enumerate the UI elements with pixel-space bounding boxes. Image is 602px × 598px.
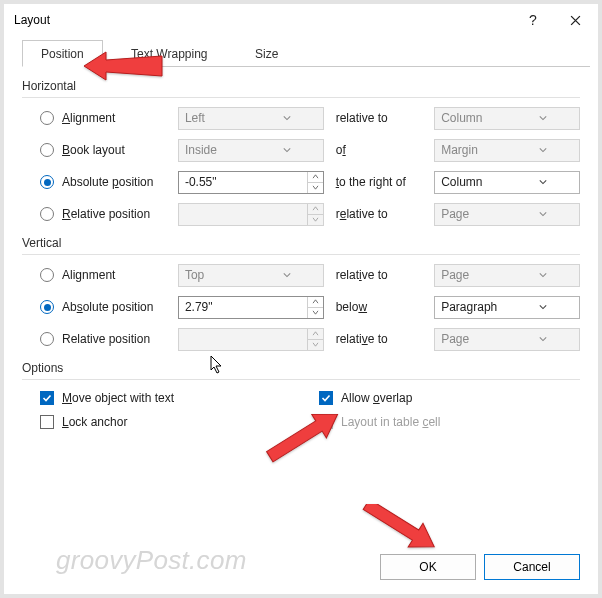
annotation-arrow-icon xyxy=(350,504,440,564)
tab-size[interactable]: Size xyxy=(236,40,297,67)
v-alignment-rel-combo[interactable]: Page xyxy=(434,264,580,287)
cancel-button[interactable]: Cancel xyxy=(484,554,580,580)
h-book-rel-label: of xyxy=(324,143,435,157)
spin-up-button[interactable] xyxy=(308,204,323,215)
v-absolute-label: Absolute position xyxy=(62,300,153,314)
v-rel-rel-label: relative to xyxy=(324,332,435,346)
spin-down-button[interactable] xyxy=(308,340,323,350)
annotation-arrow-icon xyxy=(264,414,354,474)
v-absolute-radio[interactable] xyxy=(40,300,54,314)
v-align-rel-label: relative to xyxy=(324,268,435,282)
h-alignment-radio[interactable] xyxy=(40,111,54,125)
v-relative-label: Relative position xyxy=(62,332,150,346)
v-relative-spinner[interactable] xyxy=(178,328,324,351)
h-alignment-combo[interactable]: Left xyxy=(178,107,324,130)
svg-marker-0 xyxy=(84,52,162,80)
chevron-down-icon xyxy=(539,271,547,279)
chevron-down-icon xyxy=(283,146,291,154)
check-icon xyxy=(321,393,331,403)
dialog-title: Layout xyxy=(14,13,512,27)
v-absolute-rel-combo[interactable]: Paragraph xyxy=(434,296,580,319)
h-relative-rel-combo[interactable]: Page xyxy=(434,203,580,226)
chevron-down-icon xyxy=(283,271,291,279)
h-absolute-spinner[interactable] xyxy=(178,171,324,194)
chevron-down-icon xyxy=(539,303,547,311)
check-icon xyxy=(42,393,52,403)
chevron-down-icon xyxy=(539,178,547,186)
v-absolute-input[interactable] xyxy=(179,297,307,318)
v-relative-radio[interactable] xyxy=(40,332,54,346)
move-with-text-checkbox[interactable] xyxy=(40,391,54,405)
h-abs-rel-label: to the right of xyxy=(324,175,435,189)
h-rel-rel-label: relative to xyxy=(324,207,435,221)
h-relative-label: Relative position xyxy=(62,207,150,221)
annotation-arrow-icon xyxy=(84,46,164,86)
h-absolute-label: Absolute position xyxy=(62,175,153,189)
chevron-down-icon xyxy=(539,210,547,218)
caret-up-icon xyxy=(312,299,319,304)
h-relative-spinner[interactable] xyxy=(178,203,324,226)
h-book-combo[interactable]: Inside xyxy=(178,139,324,162)
caret-up-icon xyxy=(312,206,319,211)
svg-marker-2 xyxy=(359,504,440,559)
h-relative-input[interactable] xyxy=(179,204,307,225)
chevron-down-icon xyxy=(283,114,291,122)
v-alignment-radio[interactable] xyxy=(40,268,54,282)
h-absolute-rel-combo[interactable]: Column xyxy=(434,171,580,194)
layout-table-cell-label: Layout in table cell xyxy=(341,415,440,429)
spin-up-button[interactable] xyxy=(308,297,323,308)
h-relative-radio[interactable] xyxy=(40,207,54,221)
cursor-icon xyxy=(209,354,225,374)
allow-overlap-label: Allow overlap xyxy=(341,391,412,405)
v-alignment-combo[interactable]: Top xyxy=(178,264,324,287)
close-button[interactable] xyxy=(554,6,596,34)
v-relative-input[interactable] xyxy=(179,329,307,350)
v-absolute-spinner[interactable] xyxy=(178,296,324,319)
group-vertical-label: Vertical xyxy=(22,236,580,250)
caret-down-icon xyxy=(312,185,319,190)
svg-marker-1 xyxy=(264,414,345,469)
chevron-down-icon xyxy=(539,114,547,122)
watermark: groovyPost.com xyxy=(56,545,247,576)
layout-dialog: Layout ? Position TeText Wrappingxt Wrap… xyxy=(4,4,598,594)
h-book-rel-combo[interactable]: Margin xyxy=(434,139,580,162)
help-button[interactable]: ? xyxy=(512,6,554,34)
spin-down-button[interactable] xyxy=(308,308,323,318)
lock-anchor-checkbox[interactable] xyxy=(40,415,54,429)
caret-down-icon xyxy=(312,310,319,315)
h-align-rel-label: relative to xyxy=(324,111,435,125)
spin-down-button[interactable] xyxy=(308,183,323,193)
chevron-down-icon xyxy=(539,335,547,343)
allow-overlap-checkbox[interactable] xyxy=(319,391,333,405)
v-relative-rel-combo[interactable]: Page xyxy=(434,328,580,351)
spin-up-button[interactable] xyxy=(308,172,323,183)
h-absolute-input[interactable] xyxy=(179,172,307,193)
h-book-label: Book layout xyxy=(62,143,125,157)
move-with-text-label: Move object with text xyxy=(62,391,174,405)
titlebar: Layout ? xyxy=(4,4,598,36)
caret-down-icon xyxy=(312,342,319,347)
caret-up-icon xyxy=(312,331,319,336)
close-icon xyxy=(570,15,581,26)
h-book-radio[interactable] xyxy=(40,143,54,157)
h-absolute-radio[interactable] xyxy=(40,175,54,189)
spin-up-button[interactable] xyxy=(308,329,323,340)
h-alignment-rel-combo[interactable]: Column xyxy=(434,107,580,130)
v-alignment-label: Alignment xyxy=(62,268,115,282)
h-alignment-label: Alignment xyxy=(62,111,115,125)
v-abs-rel-label: below xyxy=(324,300,435,314)
chevron-down-icon xyxy=(539,146,547,154)
group-options-label: Options xyxy=(22,361,580,375)
spin-down-button[interactable] xyxy=(308,215,323,225)
caret-up-icon xyxy=(312,174,319,179)
caret-down-icon xyxy=(312,217,319,222)
lock-anchor-label: Lock anchor xyxy=(62,415,127,429)
